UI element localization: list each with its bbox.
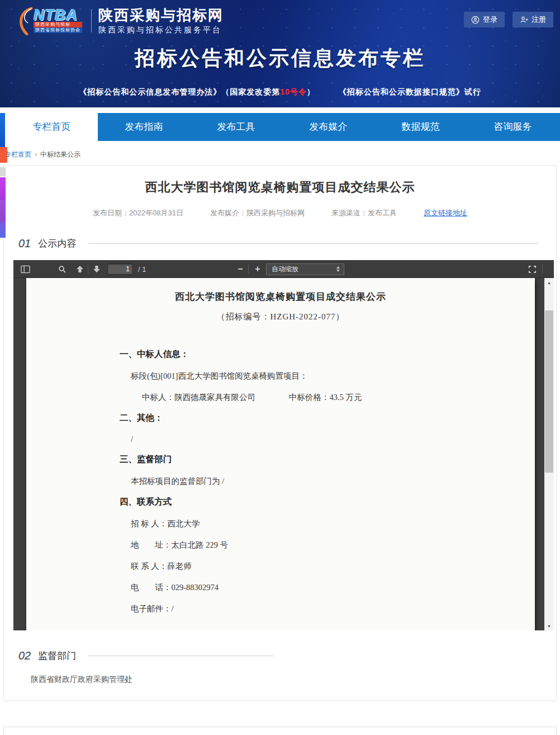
doc-line: 本招标项目的监督部门为 / bbox=[131, 476, 535, 487]
pdf-page: 西北大学图书馆阅览桌椅购置项目成交结果公示 （招标编号：HZGH-2022-07… bbox=[26, 278, 535, 630]
header-divider bbox=[91, 9, 92, 32]
doc-line: 中标人：陕西德晟家具有限公司 中标价格：43.5 万元 bbox=[142, 392, 535, 403]
content-panel: 西北大学图书馆阅览桌椅购置项目成交结果公示 发布日期：2022年08月31日 发… bbox=[3, 165, 557, 701]
doc-line: 招 标 人：西北大学 bbox=[131, 519, 535, 529]
breadcrumb-home-link[interactable]: 专栏首页 bbox=[4, 150, 31, 158]
banner-subtitle-red: 10号令 bbox=[280, 87, 307, 96]
article-title: 西北大学图书馆阅览桌椅购置项目成交结果公示 bbox=[4, 179, 556, 196]
floating-widget-gray[interactable] bbox=[0, 167, 6, 176]
pdf-scrollbar[interactable]: ▲ ▼ bbox=[544, 278, 554, 630]
pdf-body: 西北大学图书馆阅览桌椅购置项目成交结果公示 （招标编号：HZGH-2022-07… bbox=[13, 278, 554, 630]
banner-subtitle-close: ） bbox=[307, 87, 315, 96]
register-label: 注册 bbox=[531, 15, 546, 25]
doc-section-heading: 二、其他： bbox=[120, 412, 535, 424]
zoom-in-button[interactable]: + bbox=[251, 263, 264, 275]
site-title: 陕西采购与招标网 bbox=[98, 7, 224, 23]
toolbar-divider bbox=[88, 265, 88, 274]
scroll-up-button[interactable]: ▲ bbox=[544, 278, 554, 287]
header-actions: 登录 注册 bbox=[464, 12, 553, 27]
banner-subtitle: 《招标公告和公示信息发布管理办法》（国家发改委第10号令）《招标公告和公示数据接… bbox=[0, 87, 560, 97]
floating-widget-blue[interactable] bbox=[0, 113, 5, 147]
presentation-mode-button[interactable] bbox=[526, 263, 538, 275]
logo-tagline-2: 陕西省招标投标协会 bbox=[34, 27, 82, 33]
nav-tab-data-standard[interactable]: 数据规范 bbox=[374, 113, 467, 141]
floating-widget-orange[interactable] bbox=[0, 147, 7, 163]
section-title: 公示内容 bbox=[38, 237, 76, 250]
breadcrumb-current: 中标结果公示 bbox=[40, 150, 80, 158]
section-number: 02 bbox=[18, 649, 31, 662]
sidebar-toggle-icon bbox=[21, 265, 30, 274]
zoom-select-dropdown[interactable]: 自动缩放 bbox=[266, 263, 344, 275]
section-rule bbox=[88, 656, 274, 656]
nav-tab-publish-media[interactable]: 发布媒介 bbox=[282, 113, 374, 141]
doc-section-heading: 一、中标人信息： bbox=[120, 348, 535, 360]
doc-line: 地 址：太白北路 229 号 bbox=[131, 540, 535, 550]
floating-widget-purple-1[interactable] bbox=[0, 177, 6, 200]
pdf-viewer: / 1 − + 自动缩放 西北大学图书馆 bbox=[13, 260, 554, 630]
banner-subtitle-left: 《招标公告和公示信息发布管理办法》（国家发改委第 bbox=[79, 87, 280, 96]
doc-line: / bbox=[131, 435, 535, 444]
page-total-label: / 1 bbox=[138, 265, 146, 274]
nav-tab-publish-tools[interactable]: 发布工具 bbox=[190, 113, 282, 141]
arrow-up-icon bbox=[75, 265, 84, 273]
select-spinner-icon bbox=[336, 266, 340, 272]
doc-winner: 中标人：陕西德晟家具有限公司 bbox=[142, 392, 255, 403]
nav-tab-publish-guide[interactable]: 发布指南 bbox=[98, 113, 190, 141]
breadcrumb-separator: › bbox=[35, 150, 37, 158]
original-link[interactable]: 原文链接地址 bbox=[424, 208, 467, 218]
site-title-block: 陕西采购与招标网 陕西采购与招标公共服务平台 bbox=[98, 7, 224, 35]
doc-section-heading: 四、联系方式 bbox=[120, 496, 535, 508]
supervision-department: 陕西省财政厅政府采购管理处 bbox=[31, 675, 556, 685]
login-label: 登录 bbox=[483, 15, 497, 25]
article-meta: 发布日期：2022年08月31日 发布媒介：陕西采购与招标网 来源渠道：发布工具… bbox=[4, 208, 556, 218]
doc-bid-number: （招标编号：HZGH-2022-077） bbox=[26, 312, 535, 322]
arrow-down-icon bbox=[92, 265, 101, 273]
doc-line: 标段(包)[001]西北大学图书馆阅览桌椅购置项目： bbox=[131, 371, 535, 381]
meta-publish-media: 发布媒介：陕西采购与招标网 bbox=[210, 208, 305, 218]
section-rule bbox=[88, 243, 538, 244]
logo-text: NTBA 陕西采购与招标 陕西省招标投标协会 bbox=[34, 8, 82, 33]
floating-widget-purple-2[interactable] bbox=[0, 200, 6, 222]
zoom-out-button[interactable]: − bbox=[234, 263, 246, 275]
section-heading-1: 01 公示内容 bbox=[18, 237, 546, 250]
sidebar-toggle-button[interactable] bbox=[19, 263, 31, 275]
nav-tab-home[interactable]: 专栏首页 bbox=[6, 113, 98, 141]
plus-icon: + bbox=[255, 265, 260, 274]
meta-source-channel: 来源渠道：发布工具 bbox=[331, 208, 397, 218]
breadcrumb: 专栏首页›中标结果公示 bbox=[0, 141, 560, 165]
site-subtitle: 陕西采购与招标公共服务平台 bbox=[98, 25, 224, 35]
floating-widget-violet[interactable] bbox=[0, 222, 6, 238]
pdf-toolbar: / 1 − + 自动缩放 bbox=[13, 260, 554, 278]
main-nav: 专栏首页 发布指南 发布工具 发布媒介 数据规范 咨询服务 bbox=[6, 113, 560, 141]
nav-tab-consult-service[interactable]: 咨询服务 bbox=[467, 113, 559, 141]
toolbar-divider bbox=[248, 265, 249, 274]
next-page-button[interactable] bbox=[91, 263, 103, 275]
doc-line: 电子邮件：/ bbox=[131, 604, 535, 614]
next-content-panel bbox=[3, 727, 557, 735]
scroll-down-button[interactable]: ▼ bbox=[544, 621, 554, 630]
site-logo[interactable]: NTBA 陕西采购与招标 陕西省招标投标协会 bbox=[15, 6, 82, 35]
doc-section-heading: 三、监督部门 bbox=[120, 454, 535, 465]
logo-acronym: NTBA bbox=[34, 8, 82, 22]
login-button[interactable]: 登录 bbox=[464, 12, 505, 27]
find-button[interactable] bbox=[56, 263, 68, 275]
toolbar-divider bbox=[542, 265, 543, 274]
meta-publish-date: 发布日期：2022年08月31日 bbox=[93, 208, 183, 218]
site-header: NTBA 陕西采购与招标 陕西省招标投标协会 陕西采购与招标网 陕西采购与招标公… bbox=[0, 0, 560, 107]
page-number-input[interactable] bbox=[107, 263, 133, 275]
fullscreen-expand-icon bbox=[528, 265, 537, 274]
doc-line: 电 话：029-88302974 bbox=[131, 582, 535, 593]
banner-subtitle-right: 《招标公告和公示数据接口规范》试行 bbox=[339, 87, 481, 96]
previous-page-button[interactable] bbox=[74, 263, 86, 275]
doc-title: 西北大学图书馆阅览桌椅购置项目成交结果公示 bbox=[26, 290, 535, 303]
section-number: 01 bbox=[18, 237, 31, 250]
header-top-row: NTBA 陕西采购与招标 陕西省招标投标协会 陕西采购与招标网 陕西采购与招标公… bbox=[0, 0, 560, 36]
scrollbar-thumb[interactable] bbox=[545, 310, 553, 473]
user-circle-icon bbox=[471, 16, 480, 24]
doc-winning-price: 中标价格：43.5 万元 bbox=[289, 392, 362, 403]
section-heading-2: 02 监督部门 bbox=[18, 649, 546, 662]
minus-icon: − bbox=[238, 265, 243, 274]
banner-title: 招标公告和公示信息发布专栏 bbox=[0, 45, 560, 72]
doc-line: 联 系 人：薛老师 bbox=[131, 561, 535, 572]
register-button[interactable]: 注册 bbox=[512, 12, 553, 27]
